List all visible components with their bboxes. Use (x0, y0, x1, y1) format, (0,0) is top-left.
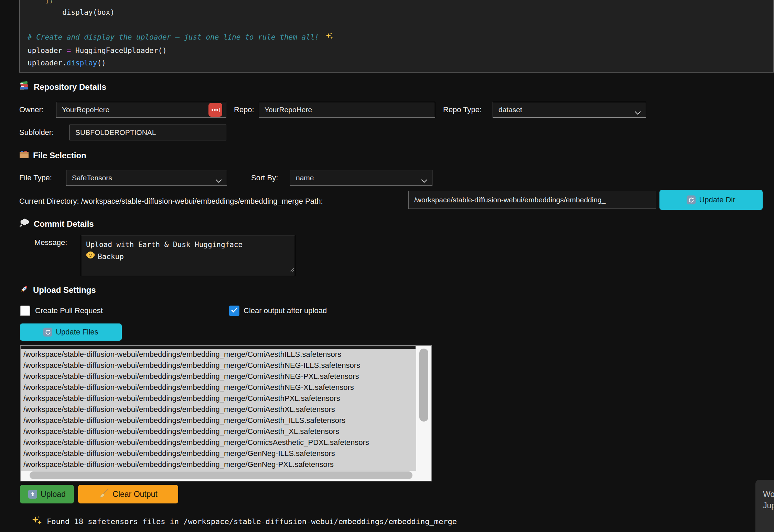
status-line: Found 18 safetensors files in /workspace… (32, 515, 457, 528)
section-upload-settings: Upload Settings (19, 284, 96, 296)
clear-output-button[interactable]: Clear Output (78, 485, 178, 503)
section-title: Upload Settings (33, 285, 96, 295)
listbox-top-edge (21, 346, 416, 349)
clear-output-label: Clear Output (112, 490, 157, 499)
status-text: Found 18 safetensors files in /workspace… (47, 517, 457, 526)
horizontal-scrollbar-thumb[interactable] (30, 471, 412, 479)
section-repository-details: Repository Details (19, 81, 106, 93)
books-icon (19, 81, 30, 93)
corner-tooltip-line2: Jup (763, 500, 774, 511)
clear-output-after-upload-label: Clear output after upload (244, 303, 327, 319)
file-list-item[interactable]: /workspace/stable-diffusion-webui/embedd… (21, 437, 416, 448)
file-list-item[interactable]: /workspace/stable-diffusion-webui/embedd… (21, 426, 416, 437)
create-pull-request-checkbox[interactable] (20, 306, 30, 316)
file-listbox[interactable]: /workspace/stable-diffusion-webui/embedd… (20, 345, 432, 481)
refresh-icon (43, 328, 52, 337)
section-commit-details: Commit Details (19, 218, 94, 230)
code-assign-operator: = (67, 46, 71, 55)
file-list-item[interactable]: /workspace/stable-diffusion-webui/embedd… (21, 349, 416, 360)
create-pull-request-label: Create Pull Request (35, 303, 103, 319)
sort-by-select[interactable]: name (290, 170, 432, 186)
password-manager-icon[interactable] (208, 103, 222, 117)
file-list-item[interactable]: /workspace/stable-diffusion-webui/embedd… (21, 459, 416, 470)
refresh-icon (687, 195, 696, 204)
update-dir-label: Update Dir (699, 195, 735, 204)
check-icon (231, 307, 238, 314)
hugging-face-icon (86, 251, 95, 263)
upload-label: Upload (41, 490, 66, 499)
file-list-item[interactable]: /workspace/stable-diffusion-webui/embedd… (21, 404, 416, 415)
vertical-scrollbar-thumb[interactable] (419, 349, 428, 422)
up-arrow-icon (28, 490, 37, 499)
sparkles-icon (32, 515, 42, 528)
file-list-item[interactable]: /workspace/stable-diffusion-webui/embedd… (21, 415, 416, 426)
code-closing-bracket: ]) (28, 0, 54, 4)
file-list-item[interactable]: /workspace/stable-diffusion-webui/embedd… (21, 382, 416, 393)
code-content: ]) display(box) # Create and display the… (20, 0, 773, 69)
sort-by-value: name (296, 174, 314, 182)
broom-icon (99, 488, 109, 500)
section-title: Commit Details (34, 219, 94, 229)
code-method-parens: () (97, 59, 106, 67)
repo-type-value: dataset (498, 106, 522, 114)
sparkles-icon (325, 32, 334, 44)
sort-by-label: Sort By: (251, 170, 278, 186)
update-files-label: Update Files (56, 328, 98, 337)
message-line1: Upload with Earth & Dusk Huggingface (86, 239, 243, 251)
path-input[interactable] (408, 191, 656, 209)
corner-tooltip: Wo Jup (755, 480, 774, 532)
file-list-item[interactable]: /workspace/stable-diffusion-webui/embedd… (21, 360, 416, 371)
message-label: Message: (34, 237, 67, 248)
owner-label: Owner: (19, 102, 44, 118)
file-list: /workspace/stable-diffusion-webui/embedd… (21, 349, 416, 471)
code-display-box: display(box) (28, 8, 115, 17)
upload-button[interactable]: Upload (20, 485, 74, 503)
section-file-selection: File Selection (19, 150, 86, 161)
subfolder-label: Subfolder: (19, 125, 54, 140)
message-line2: Backup (98, 251, 124, 263)
file-type-value: SafeTensors (72, 174, 112, 182)
repo-type-label: Repo Type: (443, 102, 482, 118)
owner-field-wrap (56, 102, 226, 118)
subfolder-input[interactable] (69, 125, 226, 140)
code-cell[interactable]: ]) display(box) # Create and display the… (19, 0, 774, 73)
owner-input[interactable] (56, 102, 226, 118)
file-list-item[interactable]: /workspace/stable-diffusion-webui/embedd… (21, 371, 416, 382)
corner-tooltip-line1: Wo (763, 489, 774, 500)
repo-type-select[interactable]: dataset (493, 102, 646, 118)
jupyter-notebook-view: ]) display(box) # Create and display the… (0, 0, 774, 532)
chevron-down-icon (421, 177, 427, 185)
chevron-down-icon (216, 177, 222, 185)
repo-label: Repo: (234, 102, 254, 118)
code-assign-call: HuggingFaceUploader() (71, 46, 166, 55)
repo-input[interactable] (259, 102, 435, 118)
commit-message-textarea[interactable]: Upload with Earth & Dusk Huggingface Bac… (81, 235, 295, 276)
file-type-select[interactable]: SafeTensors (66, 170, 227, 186)
chevron-down-icon (635, 108, 641, 117)
file-type-label: File Type: (19, 170, 52, 186)
code-method-obj: uploader. (28, 59, 67, 67)
current-directory-label: Current Directory: /workspace/stable-dif… (19, 193, 323, 210)
clear-output-after-upload-checkbox[interactable] (229, 306, 239, 316)
code-comment: # Create and display the uploader — just… (28, 33, 323, 41)
section-title: File Selection (33, 151, 86, 160)
update-files-button[interactable]: Update Files (20, 323, 122, 341)
code-method-name: display (67, 59, 97, 67)
rocket-icon (19, 284, 29, 296)
file-list-item[interactable]: /workspace/stable-diffusion-webui/embedd… (21, 448, 416, 459)
update-dir-button[interactable]: Update Dir (659, 190, 763, 210)
thought-balloon-icon (19, 218, 30, 230)
resize-handle[interactable] (289, 264, 294, 275)
section-title: Repository Details (34, 82, 106, 92)
card-index-icon (19, 150, 29, 161)
code-assign-obj: uploader (28, 46, 67, 55)
file-list-item[interactable]: /workspace/stable-diffusion-webui/embedd… (21, 393, 416, 404)
